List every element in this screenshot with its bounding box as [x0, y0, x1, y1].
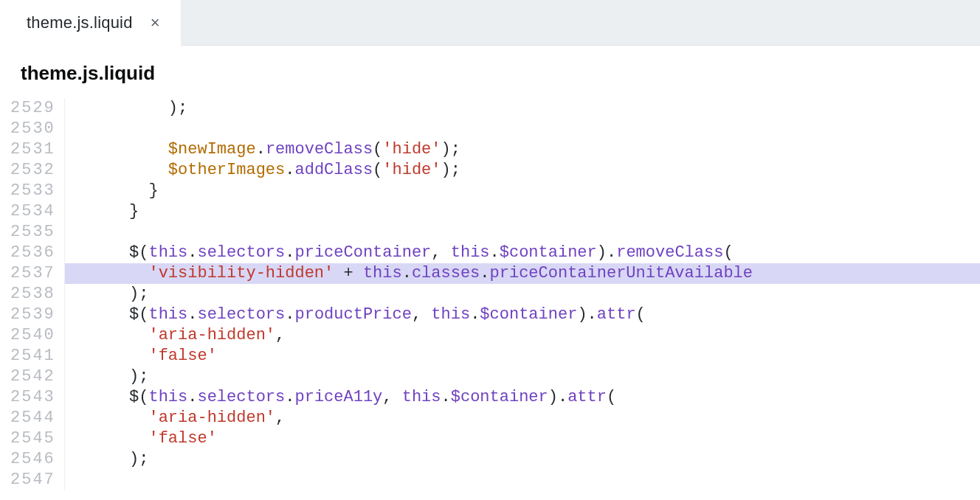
code-token: $container	[480, 305, 577, 324]
code-token	[71, 264, 149, 282]
code-token: 'hide'	[382, 161, 441, 179]
code-line[interactable]: }	[65, 181, 980, 201]
line-number: 2540	[10, 325, 55, 346]
code-token: 'aria-hidden'	[148, 409, 275, 427]
code-token: selectors	[197, 305, 285, 324]
code-token: );	[71, 99, 187, 117]
line-number: 2534	[10, 201, 55, 222]
code-token: (	[373, 140, 382, 159]
code-line[interactable]: }	[65, 201, 980, 222]
line-number: 2533	[10, 181, 55, 201]
code-editor[interactable]: 2529253025312532253325342535253625372538…	[0, 98, 980, 490]
code-content[interactable]: ); $newImage.removeClass('hide'); $other…	[65, 98, 980, 490]
code-line[interactable]	[65, 470, 980, 490]
code-token: priceContainerUnitAvailable	[490, 264, 753, 282]
code-token	[71, 140, 168, 159]
code-line[interactable]: $(this.selectors.productPrice, this.$con…	[65, 305, 980, 325]
line-number: 2530	[10, 119, 55, 139]
close-icon[interactable]: ×	[151, 15, 160, 31]
code-line[interactable]: );	[65, 449, 980, 470]
line-number-gutter: 2529253025312532253325342535253625372538…	[0, 98, 65, 490]
code-token: .	[256, 140, 266, 159]
code-token: this	[363, 264, 402, 282]
code-token: 'aria-hidden'	[148, 326, 275, 344]
code-token: ,	[431, 243, 450, 262]
code-token: attr	[597, 305, 636, 324]
code-line[interactable]: $(this.selectors.priceContainer, this.$c…	[65, 243, 980, 263]
code-token: (	[636, 305, 646, 324]
code-token: addClass	[294, 161, 373, 179]
line-number: 2544	[10, 408, 55, 428]
line-number: 2532	[10, 160, 55, 181]
code-token: ,	[412, 305, 431, 324]
code-token: ,	[382, 388, 401, 406]
code-line[interactable]: $otherImages.addClass('hide');	[65, 160, 980, 181]
line-number: 2538	[10, 284, 55, 305]
code-token: 'false'	[148, 347, 216, 365]
code-token: ).	[577, 305, 596, 324]
code-line[interactable]: $(this.selectors.priceA11y, this.$contai…	[65, 387, 980, 408]
line-number: 2536	[10, 243, 55, 263]
code-token: priceA11y	[294, 388, 382, 406]
tab-bar: theme.js.liquid ×	[0, 0, 980, 46]
code-token: );	[71, 285, 149, 303]
code-line[interactable]	[65, 119, 980, 139]
code-token: this	[402, 388, 441, 406]
line-number: 2543	[10, 387, 55, 408]
code-line[interactable]: );	[65, 284, 980, 305]
code-token: productPrice	[294, 305, 411, 324]
code-token: 'visibility-hidden'	[148, 264, 334, 282]
line-number: 2541	[10, 346, 55, 367]
code-token: (	[139, 243, 148, 262]
code-token: this	[148, 243, 187, 262]
code-token: removeClass	[266, 140, 373, 159]
tab-active[interactable]: theme.js.liquid ×	[0, 0, 181, 46]
code-token: .	[285, 388, 294, 406]
code-token: 'false'	[148, 429, 216, 448]
line-number: 2537	[10, 263, 55, 284]
code-token: $otherImages	[168, 161, 285, 179]
code-line[interactable]: );	[65, 367, 980, 387]
code-line[interactable]	[65, 222, 980, 243]
tab-bar-empty	[181, 0, 981, 46]
code-token: removeClass	[616, 243, 723, 262]
code-token: selectors	[197, 243, 285, 262]
code-token: .	[187, 305, 197, 324]
line-number: 2546	[10, 449, 55, 470]
file-title: theme.js.liquid	[0, 46, 980, 98]
code-line[interactable]: $newImage.removeClass('hide');	[65, 139, 980, 160]
code-token: (	[139, 305, 148, 324]
code-token: .	[441, 388, 451, 406]
line-number: 2547	[10, 470, 55, 490]
code-token: ,	[275, 409, 285, 427]
code-line[interactable]: 'false'	[65, 428, 980, 449]
code-token: .	[490, 243, 500, 262]
code-line[interactable]: 'aria-hidden',	[65, 325, 980, 346]
code-token: .	[187, 388, 197, 406]
code-token: ).	[597, 243, 616, 262]
code-line[interactable]: 'visibility-hidden' + this.classes.price…	[65, 263, 980, 284]
tab-label: theme.js.liquid	[27, 13, 133, 32]
code-line[interactable]: 'aria-hidden',	[65, 408, 980, 428]
code-token	[71, 347, 149, 365]
code-token: classes	[412, 264, 480, 282]
code-token: attr	[567, 388, 607, 406]
code-line[interactable]: );	[65, 98, 980, 119]
code-token: );	[71, 367, 149, 386]
code-token: (	[139, 388, 148, 406]
code-token: $	[129, 243, 139, 262]
line-number: 2529	[10, 98, 55, 119]
code-token: .	[402, 264, 412, 282]
line-number: 2542	[10, 367, 55, 387]
code-token	[71, 429, 149, 448]
code-token	[71, 305, 129, 324]
line-number: 2531	[10, 139, 55, 160]
code-token	[71, 326, 149, 344]
code-token: +	[334, 264, 363, 282]
code-token: .	[480, 264, 489, 282]
code-line[interactable]: 'false'	[65, 346, 980, 367]
code-token: this	[148, 305, 187, 324]
code-token: );	[441, 140, 460, 159]
code-token: this	[451, 243, 490, 262]
code-token: $newImage	[168, 140, 256, 159]
